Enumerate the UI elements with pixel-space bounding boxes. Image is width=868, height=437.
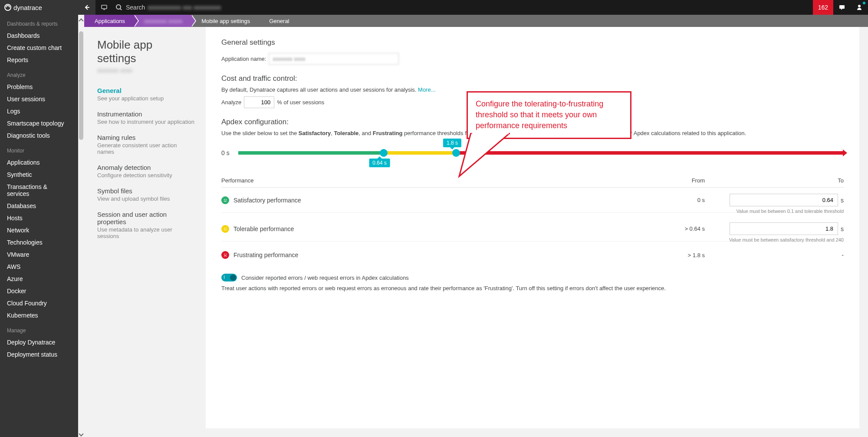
sidebar-item-applications[interactable]: Applications [0, 156, 78, 169]
settings-nav-desc: View and upload symbol files [97, 195, 194, 202]
sidebar-item-network[interactable]: Network [0, 224, 78, 236]
main-sidebar: dynatrace Dashboards & reportsDashboards… [0, 0, 78, 437]
track-tolerable [384, 151, 456, 155]
svg-point-7 [224, 228, 225, 228]
row-frustrating: Frustrating performance > 1.8 s - [221, 245, 844, 265]
settings-nav-title: Symbol files [97, 187, 194, 195]
slider-track[interactable]: 0.64 s 1.8 s [238, 151, 844, 155]
breadcrumb-row: Applications xxxxxxxx xxxxx Mobile app s… [78, 15, 868, 27]
sidebar-item-aws[interactable]: AWS [0, 261, 78, 273]
breadcrumb-app-name[interactable]: xxxxxxxx xxxxx [134, 15, 191, 27]
settings-nav-general[interactable]: GeneralSee your application setup [97, 83, 194, 106]
settings-nav-desc: See how to instrument your application [97, 119, 194, 125]
svg-point-9 [224, 254, 225, 255]
performance-table: Performance From To Satisfactory perform… [221, 174, 844, 265]
sidebar-item-problems[interactable]: Problems [0, 81, 78, 93]
search-icon [115, 4, 122, 11]
svg-rect-1 [102, 5, 107, 9]
callout-pointer-icon [458, 133, 510, 181]
search-input[interactable] [148, 4, 321, 11]
sidebar-item-azure[interactable]: Azure [0, 273, 78, 285]
tolerable-to-input[interactable] [730, 222, 838, 235]
tolerable-hint: Value must be between satisfactory thres… [221, 237, 844, 242]
analyze-input[interactable] [244, 96, 274, 108]
annotation-callout: Configure the tolerating-to-frustrating … [467, 91, 631, 139]
sidebar-item-cloud-foundry[interactable]: Cloud Foundry [0, 297, 78, 309]
settings-nav-instrumentation[interactable]: InstrumentationSee how to instrument you… [97, 106, 194, 129]
settings-nav-title: Naming rules [97, 134, 194, 141]
svg-point-10 [226, 254, 227, 255]
sad-face-icon [221, 251, 229, 259]
general-settings-heading: General settings [221, 38, 844, 47]
breadcrumb-applications[interactable]: Applications [84, 15, 134, 27]
sidebar-item-smartscape-topology[interactable]: Smartscape topology [0, 117, 78, 129]
chat-icon [838, 4, 845, 11]
chat-button[interactable] [833, 0, 851, 15]
scroll-up-affordance[interactable] [78, 15, 84, 27]
user-icon [856, 4, 863, 11]
track-frustrating [456, 151, 844, 155]
settings-nav-title: Session and user action properties [97, 211, 194, 225]
dashboard-icon-button[interactable] [95, 0, 113, 15]
svg-point-6 [226, 199, 227, 200]
search-container: Search [113, 4, 813, 11]
sidebar-item-create-custom-chart[interactable]: Create custom chart [0, 42, 78, 54]
brand-logo[interactable]: dynatrace [0, 0, 78, 15]
sidebar-item-deployment-status[interactable]: Deployment status [0, 348, 78, 361]
settings-nav-desc: Use metadata to analyze user sessions [97, 226, 194, 239]
sidebar-item-vmware[interactable]: VMware [0, 248, 78, 261]
svg-point-2 [116, 5, 121, 9]
more-link[interactable]: More... [418, 86, 435, 93]
sidebar-item-synthetic[interactable]: Synthetic [0, 169, 78, 181]
settings-nav-desc: Generate consistent user action names [97, 142, 194, 155]
settings-nav-title: Anomaly detection [97, 164, 194, 171]
satisfactory-to-input[interactable] [730, 194, 838, 206]
analyze-suffix: % of user sessions [277, 99, 324, 106]
neutral-face-icon [221, 225, 229, 233]
scroll-down-affordance[interactable] [78, 431, 84, 437]
svg-marker-11 [459, 133, 510, 176]
dynatrace-icon [4, 4, 11, 11]
sidebar-item-user-sessions[interactable]: User sessions [0, 93, 78, 105]
unit-s: s [841, 197, 844, 204]
sidebar-item-logs[interactable]: Logs [0, 105, 78, 117]
settings-nav-symbol-files[interactable]: Symbol filesView and upload symbol files [97, 183, 194, 206]
handle-label-satisfactory: 0.64 s [369, 159, 390, 167]
errors-toggle[interactable] [221, 274, 237, 281]
sidebar-item-docker[interactable]: Docker [0, 285, 78, 297]
sidebar-section-label: Monitor [0, 142, 78, 156]
apdex-slider: 0 s 0.64 s 1.8 s [221, 149, 844, 156]
happy-face-icon [221, 196, 229, 204]
breadcrumb-general[interactable]: General [259, 15, 298, 27]
slider-handle-satisfactory[interactable]: 0.64 s [380, 149, 388, 157]
settings-nav-anomaly-detection[interactable]: Anomaly detectionConfigure detection sen… [97, 159, 194, 183]
settings-nav-session-and-user-action-properties[interactable]: Session and user action propertiesUse me… [97, 206, 194, 244]
breadcrumb: Applications xxxxxxxx xxxxx Mobile app s… [84, 15, 868, 27]
monitor-icon [101, 4, 108, 11]
app-name-input[interactable] [269, 53, 399, 65]
user-button[interactable] [851, 0, 868, 15]
settings-nav-naming-rules[interactable]: Naming rulesGenerate consistent user act… [97, 129, 194, 159]
page-scrollbar[interactable] [78, 27, 84, 437]
track-satisfactory [238, 151, 384, 155]
sidebar-item-kubernetes[interactable]: Kubernetes [0, 309, 78, 321]
sidebar-item-deploy-dynatrace[interactable]: Deploy Dynatrace [0, 336, 78, 348]
satisfactory-from: 0 s [644, 197, 705, 203]
problems-badge[interactable]: 162 [813, 0, 833, 15]
breadcrumb-settings[interactable]: Mobile app settings [191, 15, 259, 27]
scrollbar-thumb[interactable] [79, 31, 83, 140]
app-name-label: Application name: [221, 56, 266, 62]
settings-nav-desc: See your application setup [97, 95, 194, 102]
slider-start-label: 0 s [221, 149, 230, 156]
arrow-left-icon [83, 4, 90, 11]
back-button[interactable] [78, 0, 95, 15]
sidebar-item-dashboards[interactable]: Dashboards [0, 30, 78, 42]
sidebar-item-diagnostic-tools[interactable]: Diagnostic tools [0, 129, 78, 142]
satisfactory-hint: Value must be between 0.1 and tolerable … [221, 209, 844, 214]
sidebar-item-technologies[interactable]: Technologies [0, 236, 78, 248]
sidebar-item-hosts[interactable]: Hosts [0, 212, 78, 224]
sidebar-item-databases[interactable]: Databases [0, 200, 78, 212]
sidebar-item-reports[interactable]: Reports [0, 54, 78, 66]
settings-nav-title: Instrumentation [97, 110, 194, 118]
sidebar-item-transactions-services[interactable]: Transactions & services [0, 181, 78, 200]
